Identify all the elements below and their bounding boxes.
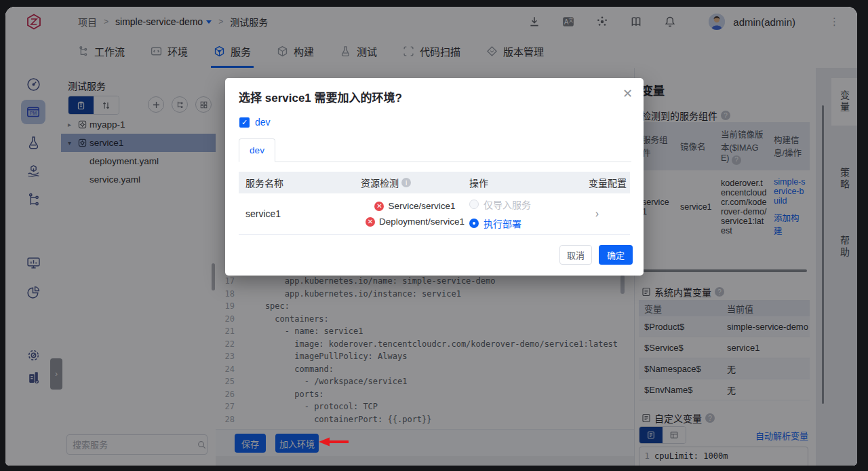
- resource-check-cell: ✕Service/service1 ✕Deployment/service1: [361, 193, 469, 234]
- info-icon[interactable]: i: [401, 178, 411, 187]
- resource-item: ✕Deployment/service1: [366, 216, 465, 227]
- env-tab-bar: dev: [239, 139, 631, 162]
- error-icon: ✕: [366, 217, 375, 227]
- join-environment-dialog: 选择 service1 需要加入的环境? ✕ ✓ dev dev 服务名称 资源…: [225, 78, 644, 276]
- radio-import-only[interactable]: 仅导入服务: [469, 197, 589, 211]
- radio-deploy[interactable]: 执行部署: [469, 216, 589, 230]
- error-icon: ✕: [374, 202, 384, 211]
- dialog-title: 选择 service1 需要加入的环境?: [239, 88, 402, 105]
- cancel-button[interactable]: 取消: [559, 245, 592, 265]
- variable-config-expander[interactable]: ›: [589, 193, 630, 234]
- chevron-right-icon: ›: [595, 208, 599, 220]
- annotation-arrow-icon: [316, 436, 350, 450]
- screen: 项目 > simple-service-demo > 测试服务 A文 admin…: [0, 0, 868, 471]
- env-checkbox-dev[interactable]: ✓ dev: [239, 117, 271, 128]
- radio-unselected-icon: [469, 200, 479, 209]
- checkbox-checked-icon: ✓: [239, 117, 250, 128]
- resource-item: ✕Service/service1: [374, 201, 455, 211]
- confirm-button[interactable]: 确定: [599, 245, 633, 265]
- radio-selected-icon: [469, 219, 479, 228]
- dialog-service-row: service1 ✕Service/service1 ✕Deployment/s…: [239, 193, 630, 235]
- service-name-cell: service1: [239, 193, 361, 234]
- env-tab-dev[interactable]: dev: [239, 138, 275, 162]
- dialog-table-header: 服务名称 资源检测i 操作 变量配置: [239, 172, 630, 193]
- operation-cell: 仅导入服务 执行部署: [469, 193, 589, 234]
- close-icon[interactable]: ✕: [623, 86, 633, 101]
